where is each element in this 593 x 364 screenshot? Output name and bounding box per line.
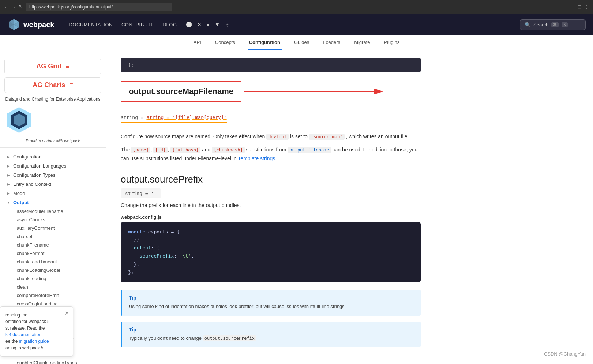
search-kbd2: K (562, 22, 568, 27)
chevron-right-icon: ▶ (6, 191, 11, 196)
chunkhash-code: [chunkhash] (212, 147, 244, 153)
ag-grid-title: AG Grid ≡ (8, 63, 97, 70)
fullhash-code: [fullhash] (170, 147, 200, 153)
ag-grid-card[interactable]: AG Grid ≡ (4, 59, 101, 74)
search-label: Search (533, 22, 548, 27)
sidebar-sub-chunkFilename[interactable]: chunkFilename (0, 241, 106, 249)
sidebar-sub-auxiliaryComment[interactable]: auxiliaryComment (0, 224, 106, 232)
url-bar[interactable]: https://webpack.js.org/configuration/out… (26, 3, 172, 11)
sidebar-sub-assetModuleFilename[interactable]: assetModuleFilename (0, 207, 106, 215)
theme-icon[interactable]: ☼ (225, 22, 230, 27)
content-area: }; output.sourceMapFilename string = str… (106, 50, 593, 364)
subnav-plugins[interactable]: Plugins (383, 35, 401, 50)
output-filename-code: output.filename (288, 147, 331, 153)
chevron-right-icon: ▶ (6, 164, 11, 169)
code-block-1: module.exports = { //... output: { sourc… (121, 222, 421, 282)
type-line-2: string = '' (121, 188, 161, 198)
chevron-right-icon: ▶ (6, 182, 11, 187)
nav-icons: ⚪ ✕ ● ▼ ☼ (186, 22, 230, 27)
template-strings-link[interactable]: Template strings (238, 155, 275, 161)
tip-title-2: Tip (129, 327, 414, 333)
source-map-code: 'source-map' (309, 134, 345, 140)
webpack-logo-icon (7, 18, 20, 31)
sidebar-item-mode[interactable]: ▶ Mode (0, 189, 106, 198)
search-kbd1: ⌘ (551, 22, 559, 27)
section-sourcemapfilename-header: output.sourceMapFilename (121, 81, 241, 102)
sidebar-sub-clean[interactable]: clean (0, 283, 106, 291)
sidebar-item-output[interactable]: ▼ Output (0, 198, 106, 207)
prev-code-snippet: }; (121, 58, 421, 72)
migration-guide-link[interactable]: migration guide (19, 339, 49, 344)
sidebar-sub-compareBeforeEmit[interactable]: compareBeforeEmit (0, 291, 106, 300)
browser-refresh-icon[interactable]: ↻ (19, 4, 23, 10)
subnav-configuration[interactable]: Configuration (248, 35, 282, 50)
webpack-logo-text: webpack (23, 20, 54, 29)
twitter-icon[interactable]: ✕ (197, 22, 202, 27)
sidebar-sub-chunkLoadTimeout[interactable]: chunkLoadTimeout (0, 258, 106, 266)
id-code: [id] (153, 147, 168, 153)
nav-documentation[interactable]: DOCUMENTATION (69, 22, 112, 27)
browser-back-icon[interactable]: ← (4, 4, 9, 10)
svg-marker-12 (374, 89, 383, 94)
sidebar-sub-chunkLoading[interactable]: chunkLoading (0, 274, 106, 283)
name-code: [name] (131, 147, 150, 153)
webpack-hex-icon (4, 105, 101, 136)
desc-para-3: Change the prefix for each line in the o… (121, 201, 421, 210)
browser-extensions-icon[interactable]: ◫ (577, 4, 581, 10)
webpack-logo[interactable]: webpack (7, 18, 54, 31)
subnav-loaders[interactable]: Loaders (322, 35, 342, 50)
search-icon: 🔍 (525, 22, 530, 27)
tip-text-1: Using some kind of indentation makes bun… (129, 303, 414, 311)
top-nav: webpack DOCUMENTATION CONTRIBUTE BLOG ⚪ … (0, 14, 593, 35)
browser-bar: ← → ↻ https://webpack.js.org/configurati… (0, 0, 593, 14)
main-layout: AG Grid ≡ AG Charts ≡ Datagrid and Chart… (0, 50, 593, 364)
tip-title-1: Tip (129, 295, 414, 301)
subnav-api[interactable]: API (192, 35, 203, 50)
sub-nav: API Concepts Configuration Guides Loader… (0, 35, 593, 50)
section-sourcemapfilename-title: output.sourceMapFilename (129, 87, 233, 96)
sidebar-item-entry-context[interactable]: ▶ Entry and Context (0, 180, 106, 189)
sidebar-item-configuration[interactable]: ▶ Configuration (0, 152, 106, 161)
top-nav-links: DOCUMENTATION CONTRIBUTE BLOG ⚪ ✕ ● ▼ ☼ (69, 22, 513, 27)
chevron-down-icon: ▼ (6, 200, 11, 205)
sidebar-sub-charset[interactable]: charset (0, 232, 106, 241)
red-arrow (244, 84, 383, 99)
desc-para-1: Configure how source maps are named. Onl… (121, 132, 421, 141)
search-box[interactable]: 🔍 Search ⌘ K (520, 19, 586, 30)
tip-text-2: Typically you don't need to change outpu… (129, 335, 414, 342)
subnav-guides[interactable]: Guides (293, 35, 311, 50)
chevron-right-icon: ▶ (6, 173, 11, 178)
sidebar-item-configuration-types[interactable]: ▶ Configuration Types (0, 170, 106, 180)
browser-forward-icon[interactable]: → (12, 4, 16, 10)
subnav-concepts[interactable]: Concepts (214, 35, 237, 50)
desc-para-2: The [name], [id], [fullhash] and [chunkh… (121, 146, 421, 163)
sidebar-ad: AG Grid ≡ AG Charts ≡ Datagrid and Chart… (0, 54, 106, 148)
webpack4-docs-link[interactable]: k 4 documentation (5, 332, 41, 337)
chevron-right-icon: ▶ (6, 154, 11, 160)
nav-blog[interactable]: BLOG (163, 22, 177, 27)
sidebar-sub-enabledChunkLoadingTypes[interactable]: enabledChunkLoadingTypes (0, 359, 106, 364)
ag-charts-card[interactable]: AG Charts ≡ (4, 77, 101, 93)
ag-charts-title: AG Charts ≡ (8, 81, 97, 89)
github-icon[interactable]: ⚪ (186, 22, 192, 27)
sidebar-sub-chunkFormat[interactable]: chunkFormat (0, 249, 106, 258)
translate-icon[interactable]: ▼ (215, 22, 220, 27)
sidebar-sub-asyncChunks[interactable]: asyncChunks (0, 215, 106, 224)
tip-box-1: Tip Using some kind of indentation makes… (121, 290, 421, 316)
sidebar-sub-chunkLoadingGlobal[interactable]: chunkLoadingGlobal (0, 266, 106, 274)
ad-desc: Datagrid and Charting for Enterprise App… (4, 96, 101, 102)
npm-icon[interactable]: ● (207, 22, 210, 27)
notification-popup: ✕ reading the entation for webpack 5, st… (0, 306, 73, 357)
devtool-code: devtool (266, 134, 289, 140)
tip-box-2: Tip Typically you don't need to change o… (121, 322, 421, 348)
type-line-1: string = string = '[file].map[query]' (121, 112, 227, 123)
nav-contribute[interactable]: CONTRIBUTE (121, 22, 154, 27)
filename-label: webpack.config.js (121, 214, 421, 220)
browser-menu-icon[interactable]: ⋮ (584, 4, 589, 10)
subnav-migrate[interactable]: Migrate (353, 35, 371, 50)
notification-close-btn[interactable]: ✕ (65, 309, 69, 317)
ad-partner: Proud to partner with webpack (4, 139, 101, 143)
section-sourceprefix-title: output.sourcePrefix (121, 174, 421, 185)
sidebar-item-configuration-languages[interactable]: ▶ Configuration Languages (0, 161, 106, 170)
content-inner: }; output.sourceMapFilename string = str… (106, 50, 435, 360)
